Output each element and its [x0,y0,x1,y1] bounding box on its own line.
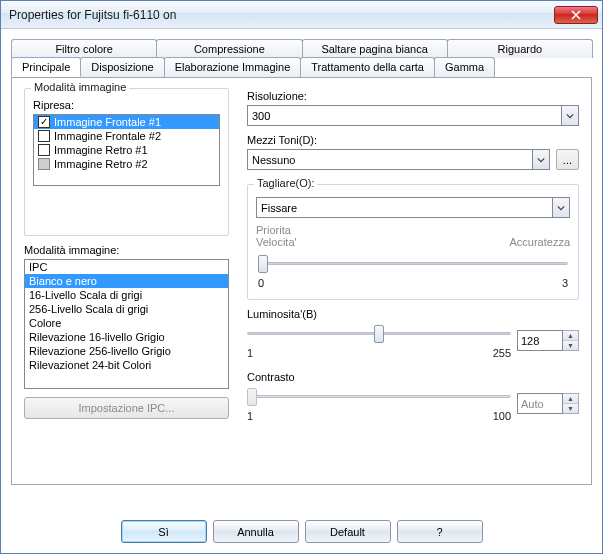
brightness-max: 255 [493,347,511,359]
list-item-label: Immagine Retro #2 [54,158,148,170]
resolution-value: 300 [247,105,562,126]
image-mode-group: Modalità immagine Ripresa: ✓ Immagine Fr… [24,88,229,236]
default-button[interactable]: Default [305,520,391,543]
image-mode-legend: Modalità immagine [31,81,129,93]
spin-down-icon: ▼ [563,341,578,350]
contrast-max: 100 [493,410,511,422]
list-item-label: Immagine Retro #1 [54,144,148,156]
tab-filtro-colore[interactable]: Filtro colore [11,39,157,58]
halftone-label: Mezzi Toni(D): [247,134,579,146]
checkbox-icon [38,144,50,156]
list-item[interactable]: IPC [25,260,228,274]
list-item[interactable]: Rilevazionet 24-bit Colori [25,358,228,372]
list-item[interactable]: 16-Livello Scala di grigi [25,288,228,302]
cut-group: Tagliare(O): Fissare Priorita Velocita' … [247,184,579,300]
list-item[interactable]: Rilevazione 16-livello Grigio [25,330,228,344]
priority-endpoints: Velocita' Accuratezza [256,236,570,248]
right-column: Risoluzione: 300 Mezzi Toni(D): Nessuno … [247,88,579,468]
resolution-combo[interactable]: 300 [247,105,579,126]
halftone-value: Nessuno [247,149,533,170]
chevron-down-icon [533,149,550,170]
list-item-label: Colore [29,317,61,329]
close-button[interactable] [554,6,598,24]
tab-panel-principale: Modalità immagine Ripresa: ✓ Immagine Fr… [11,77,592,485]
mode-label: Modalità immagine: [24,244,229,256]
dialog-body: Filtro colore Compressione Saltare pagin… [11,39,592,505]
tab-riguardo[interactable]: Riguardo [447,39,593,58]
list-item-label: Immagine Frontale #1 [54,116,161,128]
resolution-label: Risoluzione: [247,90,579,102]
list-item[interactable]: 256-Livello Scala di grigi [25,302,228,316]
tab-saltare-pagina-bianca[interactable]: Saltare pagina bianca [302,39,448,58]
cut-value: Fissare [256,197,553,218]
ipc-settings-button[interactable]: Impostazione IPC... [24,397,229,419]
priority-left: Velocita' [256,236,297,248]
brightness-min: 1 [247,347,253,359]
ripresa-list[interactable]: ✓ Immagine Frontale #1 Immagine Frontale… [33,114,220,186]
list-item-label: Rilevazione 16-livello Grigio [29,331,165,343]
tabs-row-bottom: Principale Disposizione Elaborazione Imm… [11,57,592,77]
spin-down-icon: ▼ [563,404,578,413]
spin-up-icon: ▲ [563,331,578,341]
list-item[interactable]: Colore [25,316,228,330]
window-title: Properties for Fujitsu fi-6110 on [9,8,554,22]
cut-legend: Tagliare(O): [254,177,317,189]
tabs-row-top: Filtro colore Compressione Saltare pagin… [11,39,592,58]
brightness-spinner[interactable]: ▲▼ [563,330,579,351]
contrast-spinner[interactable]: ▲▼ [563,393,579,414]
checkbox-icon [38,158,50,170]
list-item-label: IPC [29,261,47,273]
list-item[interactable]: Immagine Frontale #2 [34,129,219,143]
list-item-label: Immagine Frontale #2 [54,130,161,142]
list-item[interactable]: ✓ Immagine Frontale #1 [34,115,219,129]
list-item[interactable]: Immagine Retro #1 [34,143,219,157]
dialog-footer: Sì Annulla Default ? [1,520,602,543]
chevron-down-icon [562,105,579,126]
tab-trattamento-carta[interactable]: Trattamento della carta [300,57,435,77]
list-item-label: Rilevazione 256-livello Grigio [29,345,171,357]
priority-label: Priorita [256,224,570,236]
ok-button[interactable]: Sì [121,520,207,543]
contrast-slider[interactable] [247,385,511,409]
priority-right: Accuratezza [509,236,570,248]
tab-principale[interactable]: Principale [11,57,81,77]
close-icon [571,10,581,20]
list-item-label: Bianco e nero [29,275,97,287]
list-item[interactable]: Bianco e nero [25,274,228,288]
cancel-button[interactable]: Annulla [213,520,299,543]
contrast-label: Contrasto [247,371,579,383]
list-item-label: 256-Livello Scala di grigi [29,303,148,315]
checkbox-icon: ✓ [38,116,50,128]
left-column: Modalità immagine Ripresa: ✓ Immagine Fr… [24,88,229,468]
help-button[interactable]: ? [397,520,483,543]
chevron-down-icon [553,197,570,218]
tab-elaborazione-immagine[interactable]: Elaborazione Immagine [164,57,302,77]
titlebar: Properties for Fujitsu fi-6110 on [1,1,602,29]
list-item-label: 16-Livello Scala di grigi [29,289,142,301]
properties-dialog: Properties for Fujitsu fi-6110 on Filtro… [0,0,603,554]
cut-combo[interactable]: Fissare [256,197,570,218]
brightness-slider[interactable] [247,322,511,346]
list-item[interactable]: Immagine Retro #2 [34,157,219,171]
brightness-label: Luminosita'(B) [247,308,579,320]
halftone-more-button[interactable]: ... [556,149,579,170]
contrast-value[interactable]: Auto [517,393,563,414]
ripresa-label: Ripresa: [33,99,220,111]
tab-compressione[interactable]: Compressione [156,39,302,58]
list-item-label: Rilevazionet 24-bit Colori [29,359,151,371]
tab-disposizione[interactable]: Disposizione [80,57,164,77]
priority-slider[interactable] [258,252,568,276]
priority-min: 0 [258,277,264,289]
list-item[interactable]: Rilevazione 256-livello Grigio [25,344,228,358]
halftone-combo[interactable]: Nessuno [247,149,550,170]
mode-list[interactable]: IPC Bianco e nero 16-Livello Scala di gr… [24,259,229,389]
contrast-min: 1 [247,410,253,422]
priority-max: 3 [562,277,568,289]
tab-gamma[interactable]: Gamma [434,57,495,77]
checkbox-icon [38,130,50,142]
brightness-value[interactable]: 128 [517,330,563,351]
spin-up-icon: ▲ [563,394,578,404]
